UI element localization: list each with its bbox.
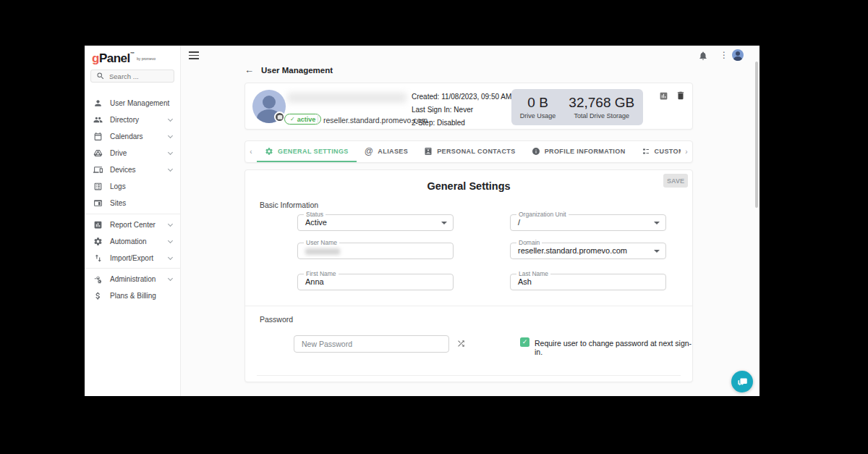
chat-bubbles-icon (737, 377, 748, 387)
tabs-scroll-left-icon[interactable]: ‹ (245, 141, 257, 162)
search-input[interactable] (109, 72, 167, 80)
sidebar-divider (85, 268, 181, 269)
user-name-field[interactable]: User Name (297, 243, 454, 259)
sidebar-item-sites[interactable]: Sites (85, 195, 181, 211)
notifications-bell-icon[interactable] (698, 51, 708, 61)
tab-personal-contacts[interactable]: PERSONAL CONTACTS (416, 141, 523, 162)
calendar-icon (93, 132, 103, 141)
dropdown-arrow-icon (654, 250, 660, 253)
total-storage-label: Total Drive Storage (569, 112, 634, 119)
user-profile-card: ✓ active reseller.standard.promevo.com C… (244, 83, 693, 130)
person-icon (93, 98, 103, 108)
menu-hamburger-icon[interactable] (189, 51, 199, 59)
account-avatar[interactable] (732, 49, 744, 61)
sidebar-divider (85, 214, 181, 214)
chevron-down-icon (168, 117, 173, 122)
sidebar-item-label: Devices (110, 166, 136, 174)
total-storage-value: 32,768 GB (569, 95, 634, 111)
status-select[interactable]: Status Active (297, 214, 454, 231)
drive-icon (93, 148, 103, 158)
tabs-scroll-right-icon[interactable]: › (681, 141, 692, 162)
app-window: gPanel™ by promevo User Management Direc… (85, 46, 760, 396)
last-name-field[interactable]: Last Name Ash (510, 274, 666, 290)
sidebar-search[interactable] (90, 70, 174, 83)
new-password-input[interactable] (294, 335, 449, 353)
chevron-down-icon (168, 167, 173, 172)
sidebar-item-administration[interactable]: Administration (85, 271, 181, 287)
general-settings-card: SAVE General Settings Basic Information … (244, 169, 693, 382)
sidebar-item-devices[interactable]: Devices (85, 161, 181, 178)
sidebar-item-calendars[interactable]: Calendars (85, 128, 181, 145)
sidebar-item-label: Sites (110, 199, 126, 207)
sidebar-item-import-export[interactable]: Import/Export (85, 250, 181, 266)
chevron-down-icon (168, 150, 173, 155)
require-password-change-checkbox[interactable]: ✓ (520, 337, 529, 347)
chevron-down-icon (168, 133, 173, 138)
check-icon: ✓ (522, 339, 528, 345)
dollar-icon (93, 291, 103, 300)
sidebar-item-automation[interactable]: Automation (85, 233, 181, 250)
info-icon (532, 147, 540, 156)
two-step-status: 2-Step: Disabled (412, 117, 511, 130)
sidebar-item-report-center[interactable]: Report Center (85, 217, 181, 233)
chevron-down-icon (168, 255, 173, 260)
sidebar-item-label: Administration (110, 275, 156, 283)
sidebar: gPanel™ by promevo User Management Direc… (85, 46, 181, 396)
sidebar-item-label: Import/Export (110, 254, 153, 262)
back-arrow-icon[interactable]: ← (244, 65, 254, 75)
require-password-change-label: Require user to change password at next … (535, 339, 692, 356)
domain-select[interactable]: Domain reseller.standard.promevo.com (510, 243, 666, 259)
sidebar-item-label: Automation (110, 237, 147, 245)
dropdown-arrow-icon (654, 222, 660, 224)
tab-aliases[interactable]: @ ALIASES (357, 141, 416, 162)
avatar-head (263, 96, 276, 109)
logo-tm: ™ (130, 51, 135, 56)
sites-icon (93, 198, 103, 208)
tab-custom-attributes[interactable]: CUSTOM ATTRIBUTES (634, 141, 681, 162)
tab-profile-information[interactable]: PROFILE INFORMATION (524, 141, 634, 162)
logo-g: g (92, 51, 99, 65)
chat-fab-button[interactable] (731, 371, 753, 392)
sidebar-item-directory[interactable]: Directory (85, 112, 181, 128)
sidebar-nav-group-2: Report Center Automation Import/Export (85, 217, 181, 266)
sidebar-item-label: Calendars (110, 133, 143, 140)
tab-general-settings[interactable]: GENERAL SETTINGS (257, 141, 357, 162)
screenshot-stage: gPanel™ by promevo User Management Direc… (0, 0, 868, 454)
custom-attributes-icon (642, 147, 650, 156)
sidebar-item-logs[interactable]: Logs (85, 178, 181, 195)
sidebar-item-plans-billing[interactable]: Plans & Billing (85, 287, 181, 304)
section-divider (245, 306, 692, 306)
check-icon: ✓ (290, 116, 295, 122)
drive-usage-panel: 0 B Drive Usage 32,768 GB Total Drive St… (511, 89, 643, 125)
password-section-label: Password (260, 315, 293, 324)
avatar-body (733, 56, 742, 62)
last-sign-in: Last Sign In: Never (412, 104, 511, 117)
sidebar-item-label: Drive (110, 149, 127, 157)
contact-card-icon (424, 147, 433, 156)
sidebar-item-label: User Management (110, 99, 169, 107)
drive-usage-label: Drive Usage (520, 112, 556, 119)
administration-icon (93, 274, 103, 284)
sidebar-nav-group-1: User Management Directory Calendars Driv… (85, 95, 181, 211)
organization-unit-select[interactable]: Organization Unit / (510, 214, 666, 231)
generate-password-shuffle-icon[interactable] (456, 339, 466, 348)
sidebar-item-drive[interactable]: Drive (85, 145, 181, 161)
section-title: General Settings (245, 180, 692, 192)
stats-chart-icon[interactable] (659, 91, 668, 101)
breadcrumb: ← User Management (244, 65, 333, 75)
sidebar-item-user-management[interactable]: User Management (85, 95, 181, 112)
vertical-scrollbar[interactable] (755, 62, 758, 208)
sidebar-item-label: Directory (110, 116, 139, 124)
search-icon (96, 72, 105, 80)
change-photo-camera-icon[interactable] (274, 112, 285, 122)
drive-usage: 0 B Drive Usage (520, 95, 556, 119)
first-name-field[interactable]: First Name Anna (297, 274, 454, 290)
avatar-head (736, 51, 740, 56)
bottom-divider (257, 375, 681, 376)
delete-trash-icon[interactable] (676, 91, 686, 101)
dropdown-arrow-icon (441, 222, 447, 224)
drive-usage-value: 0 B (520, 95, 556, 111)
more-options-kebab-icon[interactable]: ⋮ (720, 50, 728, 60)
at-sign-icon: @ (365, 146, 374, 156)
status-badge: ✓ active (284, 114, 321, 125)
